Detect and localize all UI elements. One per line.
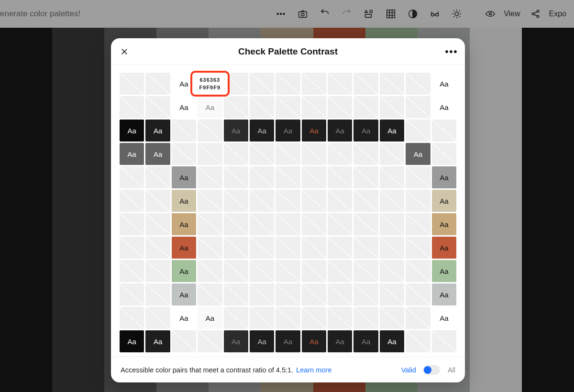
contrast-cell [120, 73, 144, 95]
contrast-cell[interactable]: Aa [432, 307, 456, 329]
contrast-cell[interactable]: Aa [432, 213, 456, 235]
contrast-cell[interactable]: Aa [250, 120, 274, 142]
contrast-cell [302, 307, 326, 329]
contrast-cell [432, 143, 456, 165]
contrast-cell[interactable]: Aa [172, 190, 196, 212]
contrast-cell [353, 73, 378, 95]
contrast-cell[interactable]: Aa [172, 73, 196, 95]
modal-body: AaAaAaAaAaAaAaAaAaAaAaAaAaAaAaAaAaAaAaAa… [111, 65, 465, 357]
contrast-cell [250, 166, 274, 188]
contrast-cell [224, 237, 248, 259]
contrast-cell[interactable]: Aa [120, 143, 144, 165]
contrast-cell[interactable]: Aa [328, 330, 352, 352]
contrast-cell [145, 213, 170, 235]
contrast-cell [406, 237, 430, 259]
contrast-cell [120, 166, 144, 188]
learn-more-link[interactable]: Learn more [296, 366, 331, 374]
contrast-cell[interactable]: Aa [120, 120, 144, 142]
contrast-cell[interactable]: Aa [198, 96, 222, 118]
contrast-cell[interactable]: Aa [276, 330, 300, 352]
valid-all-toggle[interactable] [423, 365, 440, 375]
contrast-cell [198, 260, 222, 282]
contrast-cell[interactable]: Aa [302, 330, 326, 352]
contrast-cell[interactable]: Aa [328, 120, 352, 142]
contrast-cell[interactable]: Aa [432, 96, 456, 118]
contrast-cell[interactable]: Aa [145, 330, 170, 352]
contrast-cell[interactable]: Aa [172, 213, 196, 235]
contrast-cell[interactable]: Aa [250, 330, 274, 352]
contrast-cell [198, 283, 222, 305]
contrast-cell [120, 213, 144, 235]
contrast-cell [380, 96, 404, 118]
contrast-cell [198, 330, 222, 352]
contrast-cell[interactable]: Aa [432, 237, 456, 259]
all-filter-label[interactable]: All [448, 366, 455, 374]
contrast-cell[interactable]: Aa [380, 120, 404, 142]
contrast-cell[interactable]: Aa [172, 307, 196, 329]
contrast-cell[interactable]: Aa [432, 283, 456, 305]
contrast-cell[interactable]: Aa [120, 330, 144, 352]
contrast-cell[interactable]: Aa [432, 166, 456, 188]
contrast-cell [328, 190, 352, 212]
contrast-cell [406, 260, 430, 282]
contrast-cell[interactable]: Aa [172, 96, 196, 118]
contrast-cell[interactable]: Aa [224, 330, 248, 352]
contrast-cell[interactable]: Aa [432, 260, 456, 282]
contrast-cell [302, 213, 326, 235]
contrast-cell [432, 330, 456, 352]
contrast-cell [276, 213, 300, 235]
contrast-cell[interactable]: Aa [198, 73, 222, 95]
contrast-cell[interactable]: Aa [302, 120, 326, 142]
modal-more-icon[interactable]: ••• [445, 45, 458, 58]
contrast-modal: Check Palette Contrast ••• AaAaAaAaAaAaA… [111, 38, 465, 382]
contrast-cell [224, 213, 248, 235]
contrast-cell [353, 283, 378, 305]
contrast-cell[interactable]: Aa [172, 283, 196, 305]
contrast-cell[interactable]: Aa [353, 330, 378, 352]
contrast-cell [328, 307, 352, 329]
contrast-cell [276, 260, 300, 282]
contrast-cell [120, 190, 144, 212]
contrast-cell[interactable]: Aa [406, 143, 430, 165]
contrast-cell [250, 213, 274, 235]
contrast-cell[interactable]: Aa [145, 143, 170, 165]
contrast-cell [380, 283, 404, 305]
contrast-cell [224, 283, 248, 305]
contrast-cell [250, 307, 274, 329]
contrast-cell [145, 190, 170, 212]
contrast-cell [406, 213, 430, 235]
contrast-cell [198, 166, 222, 188]
contrast-cell [353, 96, 378, 118]
contrast-cell [380, 190, 404, 212]
contrast-cell [145, 307, 170, 329]
contrast-cell[interactable]: Aa [224, 120, 248, 142]
contrast-cell [120, 96, 144, 118]
contrast-cell [198, 213, 222, 235]
contrast-cell [302, 283, 326, 305]
contrast-cell[interactable]: Aa [353, 120, 378, 142]
contrast-cell [406, 330, 430, 352]
contrast-cell [406, 166, 430, 188]
contrast-cell [145, 283, 170, 305]
contrast-cell [198, 143, 222, 165]
valid-filter-label[interactable]: Valid [401, 366, 416, 374]
modal-header: Check Palette Contrast ••• [111, 38, 465, 65]
contrast-cell[interactable]: Aa [172, 237, 196, 259]
contrast-cell [380, 260, 404, 282]
contrast-cell [120, 237, 144, 259]
contrast-cell [302, 73, 326, 95]
contrast-cell[interactable]: Aa [172, 166, 196, 188]
contrast-cell [198, 237, 222, 259]
contrast-cell [224, 73, 248, 95]
close-icon[interactable] [118, 45, 131, 58]
contrast-cell[interactable]: Aa [276, 120, 300, 142]
contrast-cell[interactable]: Aa [145, 120, 170, 142]
contrast-cell [302, 96, 326, 118]
contrast-grid: AaAaAaAaAaAaAaAaAaAaAaAaAaAaAaAaAaAaAaAa… [120, 73, 456, 352]
contrast-cell[interactable]: Aa [432, 73, 456, 95]
contrast-cell[interactable]: Aa [198, 307, 222, 329]
contrast-cell[interactable]: Aa [432, 190, 456, 212]
contrast-cell[interactable]: Aa [380, 330, 404, 352]
contrast-cell[interactable]: Aa [172, 260, 196, 282]
contrast-cell [250, 237, 274, 259]
